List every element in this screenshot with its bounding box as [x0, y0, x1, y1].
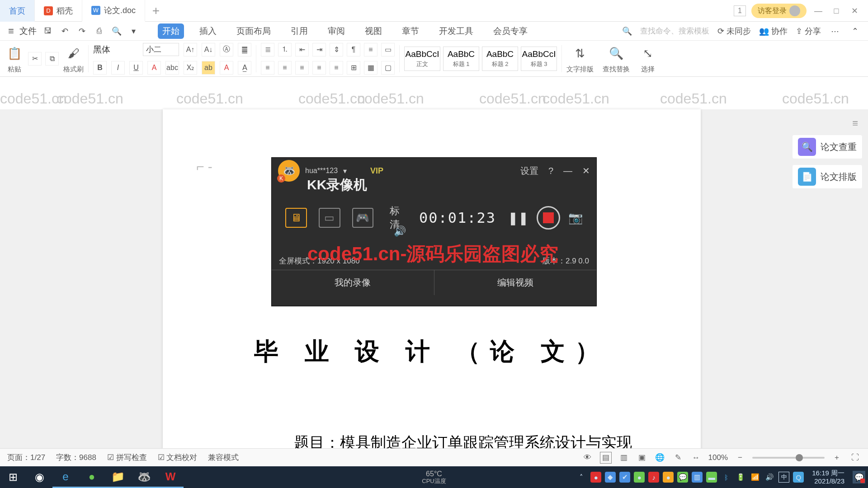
menu-tab-7[interactable]: 开发工具: [434, 23, 478, 39]
save-icon[interactable]: 🖫: [42, 25, 54, 37]
collapse-ribbon-icon[interactable]: ⌃: [849, 25, 861, 37]
maximize-button[interactable]: □: [830, 5, 843, 17]
taskbar-clock[interactable]: 16:19 周一 2021/8/23: [807, 469, 849, 485]
zoom-in-button[interactable]: +: [831, 452, 843, 464]
task-wps[interactable]: W: [157, 466, 184, 488]
doc-proof[interactable]: ☑ 文档校对: [158, 452, 198, 463]
style-3[interactable]: AaBbCcI标题 3: [521, 47, 557, 71]
copy-icon[interactable]: ⧉: [45, 52, 59, 66]
tray-battery-icon[interactable]: 🔋: [735, 472, 746, 483]
style-1[interactable]: AaBbC标题 1: [443, 47, 479, 71]
strike-icon[interactable]: abc: [165, 61, 179, 75]
kk-settings-button[interactable]: 设置: [520, 165, 538, 177]
char-border-icon[interactable]: A̲: [238, 61, 251, 75]
shrink-font-icon[interactable]: A↓: [202, 43, 215, 56]
tray-app1[interactable]: ●: [590, 472, 601, 483]
spell-check[interactable]: ☑ 拼写检查: [107, 452, 147, 463]
kk-close-button[interactable]: ✕: [582, 165, 590, 176]
tray-app8[interactable]: ▥: [692, 472, 703, 483]
tray-app5[interactable]: ♪: [648, 472, 659, 483]
search-icon[interactable]: 🔍: [622, 26, 632, 36]
outline-view-icon[interactable]: ▥: [618, 452, 630, 464]
kk-stop-button[interactable]: [537, 206, 560, 230]
subscript-icon[interactable]: X₂: [184, 61, 197, 75]
menu-tab-8[interactable]: 会员专享: [489, 23, 532, 39]
paste-icon[interactable]: 📋: [5, 43, 24, 63]
kk-recorder-window[interactable]: 🦝 hua***123 ▾ VIP 设置 ? — ✕ KK录像机 🖥 ▭ 🎮 标…: [271, 157, 597, 306]
kk-pause-button[interactable]: ❚❚: [508, 211, 528, 225]
tray-app10[interactable]: Q: [793, 472, 804, 483]
close-button[interactable]: ✕: [848, 5, 861, 17]
sort-icon[interactable]: ⇕: [330, 43, 343, 56]
kk-screenshot-button[interactable]: 📷: [568, 211, 583, 225]
style-0[interactable]: AaBbCcI正文: [404, 47, 440, 71]
underline-icon[interactable]: U: [129, 61, 143, 75]
line-spacing-icon[interactable]: ≡: [364, 43, 377, 56]
collab-button[interactable]: 👥 协作: [759, 26, 788, 37]
panel-toggle-icon[interactable]: ≡: [852, 117, 863, 129]
window-count-badge[interactable]: 1: [734, 5, 746, 16]
task-browser[interactable]: ●: [79, 466, 105, 488]
task-kk[interactable]: 🦝: [131, 466, 157, 488]
shading-icon[interactable]: ▦: [364, 61, 377, 75]
tray-wifi-icon[interactable]: 📶: [750, 472, 760, 483]
task-ie[interactable]: e: [52, 466, 79, 488]
font-color-icon[interactable]: A: [147, 61, 161, 75]
preview-icon[interactable]: 🔍: [111, 25, 123, 37]
tray-app9[interactable]: ▬: [706, 472, 717, 483]
fullscreen-icon[interactable]: ⛶: [849, 452, 861, 464]
phonetic-icon[interactable]: ䷀: [238, 43, 251, 56]
zoom-out-button[interactable]: −: [734, 452, 746, 464]
search-hint[interactable]: 查找命令、搜索模板: [640, 26, 709, 36]
menu-tab-2[interactable]: 页面布局: [232, 23, 275, 39]
font-name-select[interactable]: 黑体: [93, 44, 138, 56]
align-right-icon[interactable]: ≡: [295, 61, 309, 75]
web-view-icon[interactable]: 🌐: [654, 452, 666, 464]
style-2[interactable]: AaBbC标题 2: [482, 47, 518, 71]
kk-mode-fullscreen[interactable]: 🖥: [285, 208, 307, 228]
menu-tab-1[interactable]: 插入: [195, 23, 221, 39]
tray-bluetooth-icon[interactable]: ᛒ: [721, 472, 731, 483]
font-size-select[interactable]: 小二: [143, 43, 179, 56]
tray-ime[interactable]: 中: [778, 472, 789, 483]
style-gallery[interactable]: AaBbCcI正文AaBbC标题 1AaBbC标题 2AaBbCcI标题 3: [404, 47, 557, 71]
kk-mode-game[interactable]: 🎮: [352, 208, 374, 228]
menu-tab-3[interactable]: 引用: [286, 23, 312, 39]
minimize-button[interactable]: —: [812, 5, 825, 17]
tray-app4[interactable]: ●: [634, 472, 645, 483]
login-button[interactable]: 访客登录: [751, 4, 807, 18]
indent-inc-icon[interactable]: ⇥: [312, 43, 326, 56]
kk-my-recordings-button[interactable]: 我的录像: [272, 270, 434, 295]
para-mark-icon[interactable]: ¶: [347, 43, 360, 56]
pen-icon[interactable]: ✎: [672, 452, 684, 464]
highlight-icon[interactable]: ab: [202, 61, 215, 75]
kk-volume-icon[interactable]: 🔊: [394, 225, 406, 237]
more-icon[interactable]: ⋯: [829, 25, 841, 37]
border-icon[interactable]: ▭: [381, 43, 395, 56]
new-tab-button[interactable]: +: [145, 4, 167, 18]
sync-status[interactable]: ⟳ 未同步: [717, 26, 751, 37]
bold-icon[interactable]: B: [93, 61, 107, 75]
bullet-list-icon[interactable]: ≣: [261, 43, 274, 56]
italic-icon[interactable]: I: [111, 61, 125, 75]
kk-mode-region[interactable]: ▭: [319, 208, 340, 228]
fit-width-icon[interactable]: ↔: [690, 452, 702, 464]
undo-icon[interactable]: ↶: [59, 25, 71, 37]
redo-icon[interactable]: ↷: [76, 25, 88, 37]
zoom-level[interactable]: 100%: [708, 453, 728, 462]
menu-tab-6[interactable]: 章节: [397, 23, 424, 39]
indent-dec-icon[interactable]: ⇤: [295, 43, 309, 56]
plagiarism-check-button[interactable]: 🔍 论文查重: [792, 135, 863, 159]
share-button[interactable]: ⇪ 分享: [796, 26, 821, 37]
page-indicator[interactable]: 页面：1/27: [7, 452, 45, 463]
ribbon-tool-0[interactable]: ⇅文字排版: [566, 43, 594, 74]
tray-app7[interactable]: 💬: [677, 472, 688, 483]
page-border-icon[interactable]: ▢: [381, 61, 395, 75]
tab-daoke[interactable]: D稻壳: [35, 0, 82, 22]
tray-up-icon[interactable]: ˄: [576, 472, 587, 483]
paper-layout-button[interactable]: 📄 论文排版: [792, 164, 863, 189]
format-brush-icon[interactable]: 🖌: [65, 43, 83, 63]
page-view-icon[interactable]: ▤: [600, 452, 612, 464]
hamburger-icon[interactable]: ≡: [8, 25, 14, 37]
print-icon[interactable]: ⎙: [94, 25, 105, 37]
